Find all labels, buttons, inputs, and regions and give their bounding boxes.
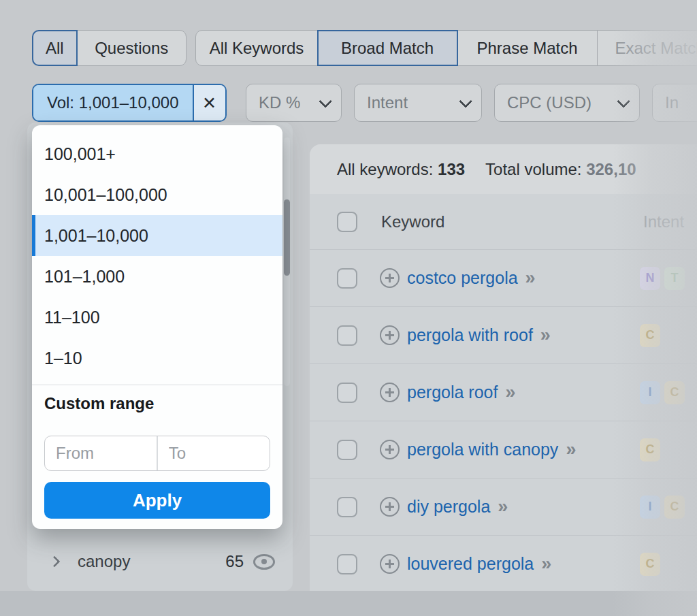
volume-filter-chip: Vol: 1,001–10,000 ✕ <box>32 84 227 122</box>
apply-button[interactable]: Apply <box>44 482 270 519</box>
table-header-row: Keyword Intent <box>310 194 697 249</box>
row-checkbox[interactable] <box>337 383 357 403</box>
tab-questions-label: Questions <box>95 39 168 58</box>
volume-dropdown-panel: 100,001+ 10,001–100,000 1,001–10,000 101… <box>32 125 282 529</box>
intent-badge: C <box>640 324 660 347</box>
all-keywords-count: 133 <box>438 160 465 179</box>
row-checkbox[interactable] <box>337 268 357 289</box>
table-row: diy pergola » IC <box>310 478 697 535</box>
keyword-link[interactable]: pergola roof <box>407 383 498 402</box>
keyword-link[interactable]: costco pergola <box>407 268 518 288</box>
include-filter-label: In <box>665 93 679 112</box>
custom-range-title: Custom range <box>44 394 154 413</box>
intent-badge: N <box>640 267 660 290</box>
eye-icon[interactable] <box>253 554 275 570</box>
volume-options-list: 100,001+ 10,001–100,000 1,001–10,000 101… <box>32 133 282 378</box>
close-icon: ✕ <box>202 93 216 113</box>
select-all-checkbox[interactable] <box>337 212 357 232</box>
range-from-input[interactable] <box>45 436 157 470</box>
table-row: costco pergola » NT <box>310 249 697 306</box>
double-chevron-icon[interactable]: » <box>541 555 551 573</box>
all-keywords-label: All keywords: <box>337 160 433 179</box>
table-row: pergola roof » IC <box>310 363 697 421</box>
add-keyword-icon[interactable] <box>380 554 400 574</box>
chevron-down-icon <box>319 95 332 108</box>
add-keyword-icon[interactable] <box>380 497 400 517</box>
match-type-tabs: All Keywords Broad Match Phrase Match Ex… <box>195 30 697 66</box>
range-to-input[interactable] <box>158 436 270 470</box>
tab-phrase-match-label: Phrase Match <box>476 39 577 58</box>
chevron-down-icon <box>617 95 630 108</box>
tab-exact-match-label: Exact Match <box>615 39 697 58</box>
intent-badge: C <box>664 381 685 404</box>
table-row: pergola with canopy » C <box>310 421 697 478</box>
volume-filter-close-button[interactable]: ✕ <box>193 85 225 120</box>
intent-column-header: Intent <box>643 212 684 231</box>
include-filter-dropdown[interactable]: In <box>652 84 697 122</box>
add-keyword-icon[interactable] <box>380 268 400 288</box>
keyword-link[interactable]: pergola with roof <box>407 325 533 345</box>
row-checkbox[interactable] <box>337 325 357 346</box>
tab-all-keywords[interactable]: All Keywords <box>195 30 318 66</box>
keyword-link[interactable]: diy pergola <box>407 497 490 517</box>
divider <box>32 385 282 385</box>
volume-filter-label[interactable]: Vol: 1,001–10,000 <box>33 85 193 120</box>
add-keyword-icon[interactable] <box>380 383 400 402</box>
volume-option[interactable]: 100,001+ <box>32 133 282 174</box>
add-keyword-icon[interactable] <box>380 440 400 459</box>
page-bottom-strip <box>0 591 697 616</box>
tab-all[interactable]: All <box>32 30 78 66</box>
group-label: canopy <box>78 552 130 571</box>
tab-broad-match-label: Broad Match <box>341 39 434 58</box>
tab-all-label: All <box>46 39 64 58</box>
chevron-down-icon <box>459 95 472 108</box>
double-chevron-icon[interactable]: » <box>566 440 576 459</box>
double-chevron-icon[interactable]: » <box>540 326 551 344</box>
tab-exact-match[interactable]: Exact Match <box>597 30 697 66</box>
intent-badge: C <box>664 496 685 519</box>
custom-range-inputs <box>44 436 270 471</box>
keyword-link[interactable]: louvered pergola <box>407 554 534 574</box>
intent-filter-label: Intent <box>367 93 408 112</box>
intent-badge: T <box>664 267 685 290</box>
kd-filter-dropdown[interactable]: KD % <box>246 84 342 122</box>
keywords-table: All keywords: 133 Total volume: 326,10 K… <box>310 144 697 591</box>
double-chevron-icon[interactable]: » <box>498 498 508 516</box>
volume-option[interactable]: 10,001–100,000 <box>32 174 282 215</box>
keyword-type-tabs: All Questions <box>32 30 187 66</box>
intent-filter-dropdown[interactable]: Intent <box>354 84 482 122</box>
total-volume-label: Total volume: <box>485 160 581 179</box>
group-row-canopy[interactable]: canopy 65 <box>27 544 291 579</box>
kd-filter-label: KD % <box>259 93 300 112</box>
tab-phrase-match[interactable]: Phrase Match <box>457 30 598 66</box>
tab-broad-match[interactable]: Broad Match <box>317 30 458 66</box>
groups-scrollbar-thumb[interactable] <box>284 199 290 276</box>
double-chevron-icon[interactable]: » <box>505 383 515 402</box>
cpc-filter-label: CPC (USD) <box>507 93 591 112</box>
intent-badge: I <box>640 496 660 519</box>
double-chevron-icon[interactable]: » <box>525 269 536 287</box>
group-count: 65 <box>225 552 244 571</box>
chevron-right-icon <box>49 556 61 568</box>
table-summary: All keywords: 133 Total volume: 326,10 <box>310 144 697 194</box>
row-checkbox[interactable] <box>337 440 357 460</box>
tab-all-keywords-label: All Keywords <box>210 39 304 58</box>
add-keyword-icon[interactable] <box>380 325 400 345</box>
table-row: louvered pergola » C <box>310 535 697 591</box>
table-row: pergola with roof » C <box>310 306 697 363</box>
row-checkbox[interactable] <box>337 497 357 517</box>
intent-badge: C <box>640 438 660 461</box>
volume-option[interactable]: 1–10 <box>32 338 282 378</box>
keyword-link[interactable]: pergola with canopy <box>407 440 558 459</box>
row-checkbox[interactable] <box>337 554 357 574</box>
volume-option[interactable]: 11–100 <box>32 297 282 338</box>
keyword-column-header: Keyword <box>381 212 444 231</box>
intent-badge: C <box>640 553 660 576</box>
volume-option-selected[interactable]: 1,001–10,000 <box>32 215 282 256</box>
intent-badge: I <box>640 381 660 404</box>
tab-questions[interactable]: Questions <box>76 30 187 66</box>
total-volume-value: 326,10 <box>586 160 636 179</box>
volume-option[interactable]: 101–1,000 <box>32 256 282 297</box>
cpc-filter-dropdown[interactable]: CPC (USD) <box>494 84 640 122</box>
